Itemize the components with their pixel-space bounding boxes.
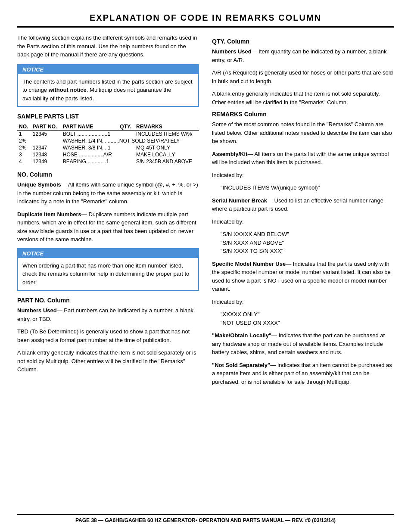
specific-line-1: "XXXXX ONLY" [221,310,394,319]
sample-parts-table: NO. PART NO. PART NAME QTY. REMARKS 1 12… [17,123,199,165]
remarks-column-heading: REMARKS Column [212,111,394,118]
notice-box-2: NOTICE When ordering a part that has mor… [17,248,199,291]
assembly-indicated-by-label: Indicated by: [212,171,394,180]
remarks-intro-text: Some of the most common notes found in t… [212,120,394,146]
serial-indicated-lines: "S/N XXXXX AND BELOW" "S/N XXXX AND ABOV… [221,230,394,255]
assembly-kit-label: Assembly/Kit [212,151,247,157]
duplicate-item-text: Duplicate Item Numbers— Duplicate number… [17,210,199,244]
notice-body-1: The contents and part numbers listed in … [18,74,198,106]
make-obtain-label: "Make/Obtain Locally" [212,332,271,339]
notice-header-2: NOTICE [18,249,198,258]
part-blank-entry-text: A blank entry generally indicates that t… [17,348,199,374]
col-header-qty: QTY. [118,123,134,131]
row1-qty [118,131,134,138]
specific-indicated-by-label: Indicated by: [212,298,394,306]
specific-indicated-lines: "XXXXX ONLY" "NOT USED ON XXXX" [221,310,394,327]
qty-column-heading: QTY. Column [212,38,394,45]
table-row: 4 12349 BEARING .............1 S/N 2345B… [17,158,199,165]
unique-symbols-label: Unique Symbols [17,181,61,188]
page-footer: PAGE 38 — GA6HB/GA6HEB 60 HZ GENERATOR• … [17,514,394,523]
row4-partno: 12348 [31,151,61,158]
serial-break-label: Serial Number Break [212,197,267,204]
tbd-text: TBD (To Be Determined) is generally used… [17,327,199,344]
no-column-heading: NO. Column [17,171,199,178]
col-header-no: NO. [17,123,31,131]
row5-no: 4 [17,158,31,165]
duplicate-label: Duplicate Item Numbers [17,211,81,218]
notice-header-1: NOTICE [18,65,198,74]
row2-partno [31,137,61,144]
specific-line-2: "NOT USED ON XXXX" [221,319,394,327]
page-title: EXPLANATION OF CODE IN REMARKS COLUMN [17,13,394,28]
sample-parts-list-heading: SAMPLE PARTS LIST [17,113,199,120]
right-column: QTY. Column Numbers Used— Item quantity … [212,34,394,508]
col-header-remarks: REMARKS [134,123,199,131]
left-column: The following section explains the diffe… [17,34,199,508]
qty-numbers-used-text: Numbers Used— Item quantity can be indic… [212,47,394,64]
row5-partname: BEARING .............1 [61,158,118,165]
row5-partno: 12349 [31,158,61,165]
col-header-partno: PART NO. [31,123,61,131]
row5-remarks: S/N 2345B AND ABOVE [134,158,199,165]
row3-partno: 12347 [31,144,61,151]
table-row: 2% WASHER, 1/4 IN. ..........NOT SOLD SE… [17,137,199,144]
ar-text: A/R (As Required) is generally used for … [212,68,394,85]
row1-no: 1 [17,131,31,138]
page: EXPLANATION OF CODE IN REMARKS COLUMN Th… [0,0,411,532]
assembly-kit-text: Assembly/Kit— All items on the parts lis… [212,150,394,167]
row2-no: 2% [17,137,31,144]
row3-no: 2% [17,144,31,151]
row4-no: 3 [17,151,31,158]
row2-partname: WASHER, 1/4 IN. ..........NOT SOLD SEPAR… [61,137,199,144]
row1-remarks: INCLUDES ITEMS W/% [134,131,199,138]
make-obtain-text: "Make/Obtain Locally"— Indicates that th… [212,331,394,357]
notice-box-1: NOTICE The contents and part numbers lis… [17,64,199,107]
row1-partno: 12345 [31,131,61,138]
row3-remarks: MQ-45T ONLY [134,144,199,151]
row4-partname: HOSE .................A/R [61,151,118,158]
serial-indicated-by-label: Indicated by: [212,218,394,226]
part-no-column-heading: PART NO. Column [17,297,199,304]
unique-symbols-text: Unique Symbols— All items with same uniq… [17,180,199,206]
row1-partname: BOLT .....................1 [61,131,118,138]
specific-model-text: Specific Model Number Use— Indicates tha… [212,260,394,293]
assembly-indicated: "INCLUDES ITEMS W/(unique symbol)" [221,184,394,192]
not-sold-text: "Not Sold Separately"— Indicates that an… [212,361,394,386]
serial-line-1: "S/N XXXXX AND BELOW" [221,230,394,239]
serial-line-2: "S/N XXXX AND ABOVE" [221,239,394,247]
notice-body-2: When ordering a part that has more than … [18,258,198,290]
not-sold-label: "Not Sold Separately" [212,362,270,368]
part-numbers-used-text: Numbers Used— Part numbers can be indica… [17,306,199,323]
row3-partname: WASHER, 3/8 IN. ..1 [61,144,118,151]
row5-qty [118,158,134,165]
part-numbers-used-label: Numbers Used [17,307,57,314]
col-header-partname: PART NAME [61,123,118,131]
specific-model-label: Specific Model Number Use [212,261,286,267]
row3-qty [118,144,134,151]
qty-blank-entry-text: A blank entry generally indicates that t… [212,90,394,106]
serial-break-text: Serial Number Break— Used to list an eff… [212,196,394,213]
serial-line-3: "S/N XXXX TO S/N XXX" [221,247,394,255]
two-column-layout: The following section explains the diffe… [17,34,394,508]
intro-text: The following section explains the diffe… [17,34,199,59]
qty-numbers-used-label: Numbers Used [212,48,252,55]
row4-qty [118,151,134,158]
row4-remarks: MAKE LOCALLY [134,151,199,158]
table-row: 1 12345 BOLT .....................1 INCL… [17,131,199,138]
table-row: 3 12348 HOSE .................A/R MAKE L… [17,151,199,158]
table-row: 2% 12347 WASHER, 3/8 IN. ..1 MQ-45T ONLY [17,144,199,151]
